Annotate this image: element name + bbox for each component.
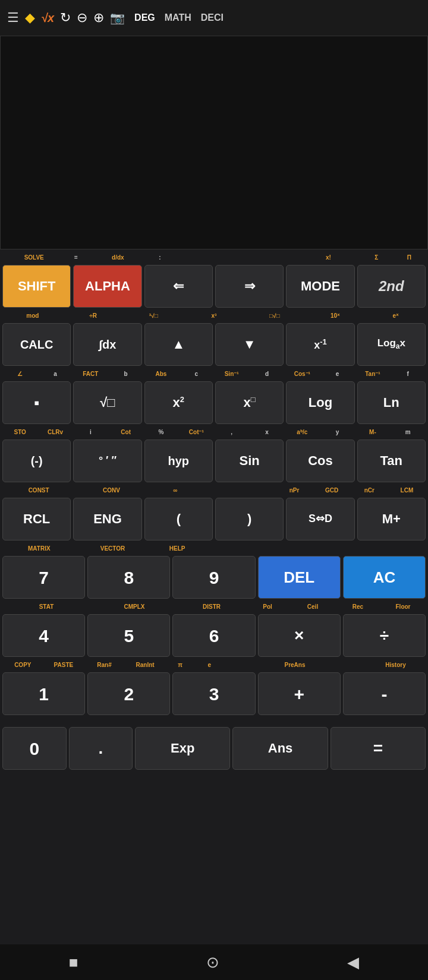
log-button[interactable]: Log	[286, 381, 354, 424]
log-base-a-button[interactable]: Logax	[357, 323, 426, 366]
mode-deci[interactable]: DECI	[201, 12, 224, 23]
lbl-sigma: Σ	[360, 251, 393, 263]
sd-button[interactable]: S⇔D	[286, 498, 354, 540]
four-button[interactable]: 4	[2, 614, 85, 657]
eng-button[interactable]: ENG	[73, 498, 141, 540]
refresh-icon[interactable]: ↻	[60, 10, 71, 26]
zero-button[interactable]: 0	[2, 727, 67, 770]
ac-button[interactable]: AC	[343, 556, 426, 599]
nine-button[interactable]: 9	[172, 556, 255, 599]
neg-button[interactable]: (-)	[2, 440, 71, 482]
open-paren-button[interactable]: (	[144, 498, 213, 540]
lbl-ranint: RanInt	[125, 659, 166, 671]
calc-button[interactable]: CALC	[2, 323, 71, 366]
three-button[interactable]: 3	[172, 672, 255, 715]
ans-button[interactable]: Ans	[232, 727, 328, 770]
lbl-pi: Π	[393, 251, 426, 263]
lbl-sin-inv: Sin⁻¹	[214, 368, 249, 380]
hyp-button[interactable]: hyp	[144, 440, 213, 482]
lbl-nthrt: □√□	[244, 309, 305, 321]
two-button[interactable]: 2	[87, 672, 170, 715]
x-squared-button[interactable]: x2	[144, 381, 213, 424]
eight-button[interactable]: 8	[87, 556, 170, 599]
lbl-clrv: CLRv	[37, 426, 73, 438]
lbl-gcd: GCD	[313, 484, 351, 496]
fraction-button[interactable]: ▪	[2, 381, 71, 424]
del-button[interactable]: DEL	[258, 556, 341, 599]
row3-sublabel-row: STO CLRv i Cot % Cot⁻¹ , x aᵇ/c y M- m	[1, 425, 427, 438]
lbl-ran: Ran#	[84, 659, 125, 671]
alpha-button[interactable]: ALPHA	[73, 265, 141, 308]
deg-min-sec-button[interactable]: ° ′ ″	[73, 440, 141, 482]
lbl-i: i	[73, 426, 108, 438]
minus-button[interactable]: -	[343, 672, 426, 715]
lbl-m: m	[391, 426, 426, 438]
back-nav-button[interactable]: ◀	[347, 953, 359, 972]
seven-button[interactable]: 7	[2, 556, 85, 599]
lbl-ddx: d/dx	[86, 251, 149, 263]
mode-math[interactable]: MATH	[165, 12, 191, 23]
five-button[interactable]: 5	[87, 614, 170, 657]
sqrt-icon[interactable]: √x	[41, 11, 54, 25]
menu-icon[interactable]: ☰	[7, 10, 19, 26]
lbl-pol: Pol	[245, 600, 290, 612]
row7: 1 2 3 + -	[1, 671, 427, 716]
zoom-out-icon[interactable]: ⊖	[77, 10, 87, 26]
down-button[interactable]: ▼	[215, 323, 284, 366]
zoom-in-icon[interactable]: ⊕	[93, 10, 104, 26]
lbl-pi: π	[165, 659, 194, 671]
lbl-mod: mod	[2, 309, 63, 321]
lbl-floor: Floor	[380, 600, 426, 612]
lbl-npr: nPr	[276, 484, 313, 496]
lbl-inf: ∞	[148, 484, 203, 496]
tan-button[interactable]: Tan	[357, 440, 426, 482]
rcl-button[interactable]: RCL	[2, 498, 71, 540]
camera-icon[interactable]: 📷	[110, 11, 125, 25]
one-button[interactable]: 1	[2, 672, 85, 715]
lbl-sto: STO	[2, 426, 37, 438]
circle-nav-button[interactable]: ⊙	[206, 953, 219, 972]
gem-icon[interactable]: ◆	[25, 10, 35, 26]
lbl-tan-inv: Tan⁻¹	[355, 368, 390, 380]
equals-button[interactable]: =	[331, 727, 426, 770]
shift-button[interactable]: SHIFT	[2, 265, 71, 308]
row2: ▪ √□ x2 x□ Log Ln	[1, 380, 427, 425]
row6-sublabel-row: STAT CMPLX DISTR Pol Ceil Rec Floor	[1, 600, 427, 613]
lbl-distr: DISTR	[178, 600, 245, 612]
divide-button[interactable]: ÷	[343, 614, 426, 657]
calculator-body: SOLVE = d/dx : x! Σ Π SHIFT ALPHA ⇐ ⇒ MO…	[0, 249, 428, 944]
lbl-x2: x	[249, 426, 284, 438]
lbl-copy: COPY	[2, 659, 43, 671]
cos-button[interactable]: Cos	[286, 440, 354, 482]
exp-button[interactable]: Exp	[135, 727, 230, 770]
square-nav-button[interactable]: ■	[69, 953, 78, 972]
second-button[interactable]: 2nd	[357, 265, 426, 308]
up-button[interactable]: ▲	[144, 323, 213, 366]
lbl-ex: eˣ	[365, 309, 426, 321]
plus-button[interactable]: +	[258, 672, 341, 715]
lbl-conv: CONV	[75, 484, 147, 496]
sin-button[interactable]: Sin	[215, 440, 284, 482]
mode-deg[interactable]: DEG	[134, 12, 155, 23]
lbl-cot: Cot	[108, 426, 143, 438]
close-paren-button[interactable]: )	[215, 498, 284, 540]
lbl-f: f	[391, 368, 426, 380]
lbl-rec: Rec	[335, 600, 380, 612]
m-plus-button[interactable]: M+	[357, 498, 426, 540]
x-inverse-button[interactable]: x-1	[286, 323, 354, 366]
x-exp-button[interactable]: x□	[215, 381, 284, 424]
six-button[interactable]: 6	[172, 614, 255, 657]
dot-button[interactable]: .	[69, 727, 133, 770]
integral-button[interactable]: ∫dx	[73, 323, 141, 366]
ln-button[interactable]: Ln	[357, 381, 426, 424]
sqrt-button[interactable]: √□	[73, 381, 141, 424]
lbl-preans: PreAns	[265, 659, 325, 671]
row4-sublabel-row: CONST CONV ∞ nPr GCD nCr LCM	[1, 483, 427, 497]
left-arrow-button[interactable]: ⇐	[144, 265, 213, 308]
lbl-const: CONST	[2, 484, 75, 496]
multiply-button[interactable]: ×	[258, 614, 341, 657]
lbl-cbrt: ³√□	[123, 309, 184, 321]
mode-button[interactable]: MODE	[286, 265, 354, 308]
right-arrow-button[interactable]: ⇒	[215, 265, 284, 308]
lbl-pct: %	[143, 426, 178, 438]
